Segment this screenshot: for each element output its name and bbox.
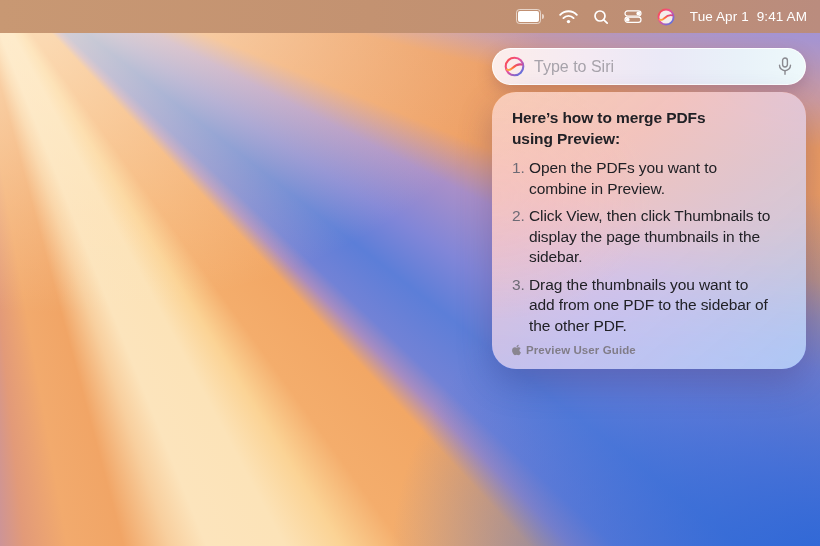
menu-bar: Tue Apr 1 9:41 AM (0, 0, 820, 33)
wifi-icon[interactable] (559, 10, 578, 24)
siri-response-card: Here’s how to merge PDFs using Preview: … (492, 92, 806, 369)
spotlight-search-icon[interactable] (593, 9, 609, 25)
control-center-icon[interactable] (624, 10, 642, 23)
siri-text-input[interactable] (534, 58, 769, 76)
step-number: 1. (512, 158, 529, 199)
menu-bar-clock[interactable]: Tue Apr 1 9:41 AM (690, 9, 807, 24)
battery-icon[interactable] (516, 9, 544, 24)
battery-nub (542, 14, 544, 19)
step-text: Drag the thumbnails you want to add from… (529, 275, 768, 337)
siri-input-pill (492, 48, 806, 85)
menu-bar-time: 9:41 AM (757, 9, 807, 24)
battery-body (516, 9, 541, 24)
siri-menu-icon[interactable] (657, 8, 675, 26)
list-item: 1. Open the PDFs you want to combine in … (512, 158, 786, 199)
steps-list: 1. Open the PDFs you want to combine in … (512, 158, 786, 343)
apple-logo-icon (512, 344, 521, 356)
response-heading: Here’s how to merge PDFs using Preview: (512, 108, 786, 149)
step-number: 2. (512, 206, 529, 268)
source-label: Preview User Guide (526, 344, 636, 356)
list-item: 3. Drag the thumbnails you want to add f… (512, 275, 786, 337)
list-item: 2. Click View, then click Thumbnails to … (512, 206, 786, 268)
battery-fill (518, 11, 539, 22)
siri-icon (504, 56, 525, 77)
menu-bar-date: Tue Apr 1 (690, 9, 749, 24)
source-link[interactable]: Preview User Guide (512, 344, 786, 356)
step-text: Open the PDFs you want to combine in Pre… (529, 158, 717, 199)
step-text: Click View, then click Thumbnails to dis… (529, 206, 770, 268)
microphone-icon[interactable] (778, 57, 792, 76)
step-number: 3. (512, 275, 529, 337)
